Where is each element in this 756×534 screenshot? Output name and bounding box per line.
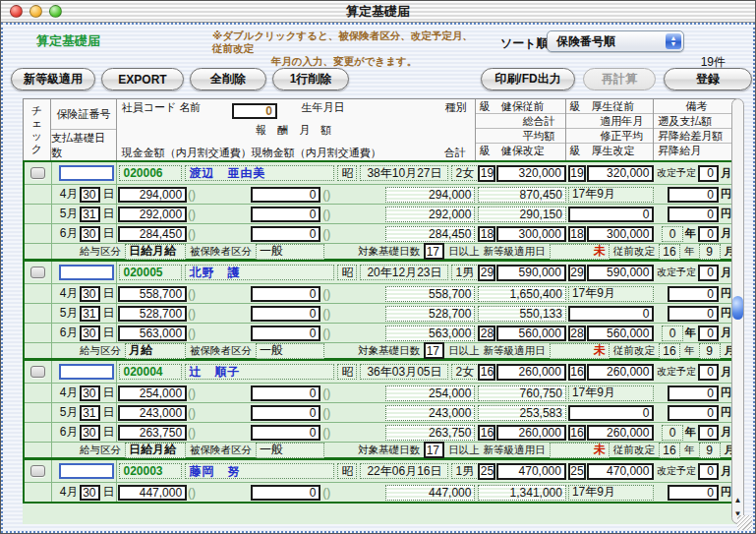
month-row[interactable]: 4月30日294,000(0)0(0)294,000870,45017年9月0円 (25, 184, 734, 204)
delete-row-button[interactable]: 1行削除 (272, 68, 349, 90)
employee-header-row[interactable]: 020004辻 順子昭36年03月05日2女16260,00016260,000… (25, 361, 734, 383)
resize-grip-icon[interactable] (737, 515, 752, 530)
employee-footer-row[interactable]: 給与区分日給月給被保険者区分一般対象基礎日数17日以上新等級適用日未従前改定16… (25, 243, 734, 259)
base-days-input[interactable]: 31 (80, 207, 100, 222)
adjusted-average-input[interactable]: 0 (568, 207, 655, 222)
kenpo-prev-amount[interactable]: 320,000 (496, 165, 565, 182)
kosei-grade-prev[interactable]: 16 (568, 364, 586, 381)
kenpo-grade-new[interactable]: 16 (478, 425, 495, 441)
insurance-no-input[interactable] (59, 265, 114, 280)
title-bar[interactable]: 算定基礎届 (1, 1, 755, 23)
kosei-grade-new[interactable]: 16 (568, 425, 586, 441)
retro-payment-input[interactable]: 0 (668, 485, 719, 501)
month-row[interactable]: 5月31日292,000(0)0(0)292,000290,15000円 (25, 204, 734, 223)
kosei-grade-prev[interactable]: 29 (568, 265, 586, 281)
month-row[interactable]: 5月31日243,000(0)0(0)243,000253,58300円 (25, 402, 734, 422)
raise-diff-input[interactable]: 0 (668, 405, 719, 421)
close-button-icon[interactable] (10, 5, 23, 18)
zoom-button-icon[interactable] (49, 5, 62, 18)
scrollbar-thumb[interactable] (732, 296, 743, 320)
cash-amount-input[interactable]: 563,000 (118, 326, 187, 341)
base-days-input[interactable]: 31 (80, 405, 100, 421)
inkind-amount-input[interactable]: 0 (251, 207, 321, 222)
kenpo-grade-new[interactable]: 18 (478, 226, 495, 242)
kenpo-grade-prev[interactable]: 19 (478, 165, 495, 182)
month-row[interactable]: 6月30日263,750(15,750)0(0)263,75016260,000… (25, 422, 734, 442)
kosei-new-amount[interactable]: 300,000 (587, 226, 655, 242)
register-button[interactable]: 登録 (664, 68, 752, 90)
kaitei-yotei-month[interactable]: 0 (698, 364, 719, 381)
base-days-input[interactable]: 30 (80, 386, 100, 401)
kenpo-prev-amount[interactable]: 260,000 (496, 364, 565, 381)
base-days-input[interactable]: 30 (80, 187, 100, 203)
row-checkbox[interactable] (30, 167, 45, 179)
base-days-input[interactable]: 30 (80, 226, 100, 242)
kosei-grade-new[interactable]: 28 (568, 326, 586, 341)
scroll-up-icon[interactable]: ▲ (734, 497, 742, 504)
row-checkbox[interactable] (30, 267, 45, 278)
inkind-transport-input[interactable]: 0 (232, 103, 277, 119)
kenpo-new-amount[interactable]: 300,000 (496, 226, 565, 242)
kosei-grade-prev[interactable]: 25 (568, 463, 586, 480)
inkind-amount-input[interactable]: 0 (251, 226, 321, 242)
taisho-kiso-days-input[interactable]: 17 (424, 342, 444, 359)
insurance-no-input[interactable] (59, 364, 114, 380)
kenpo-new-amount[interactable]: 560,000 (496, 326, 565, 341)
adjusted-average-input[interactable]: 0 (568, 405, 655, 421)
insurance-no-input[interactable] (59, 463, 114, 479)
base-days-input[interactable]: 30 (80, 485, 100, 501)
inkind-amount-input[interactable]: 0 (251, 425, 321, 441)
export-button[interactable]: EXPORT (101, 68, 184, 90)
sort-order-dropdown[interactable]: 保険番号順 ▲▼ (547, 30, 684, 52)
base-days-input[interactable]: 30 (80, 425, 100, 441)
kenpo-grade-prev[interactable]: 16 (478, 364, 495, 381)
kosei-new-amount[interactable]: 260,000 (587, 425, 655, 441)
employee-header-row[interactable]: 020003藤岡 努昭22年06月16日1男25470,00025470,000… (25, 460, 734, 482)
vertical-scrollbar[interactable]: ▲ ▼ (731, 98, 744, 524)
kosei-grade-new[interactable]: 18 (568, 226, 586, 242)
kosei-new-amount[interactable]: 560,000 (587, 326, 655, 341)
kenpo-prev-amount[interactable]: 590,000 (496, 265, 565, 281)
insurance-no-input[interactable] (59, 165, 114, 181)
kenpo-new-amount[interactable]: 260,000 (496, 425, 565, 441)
row-checkbox[interactable] (30, 465, 45, 477)
kenpo-grade-prev[interactable]: 25 (478, 463, 495, 480)
taisho-kiso-days-input[interactable]: 17 (424, 442, 444, 458)
cash-amount-input[interactable]: 284,450 (118, 226, 187, 242)
employee-header-row[interactable]: 020006渡辺 亜由美昭38年10月27日2女19320,00019320,0… (25, 162, 734, 184)
kosei-prev-amount[interactable]: 320,000 (587, 165, 655, 182)
kenpo-prev-amount[interactable]: 470,000 (496, 463, 565, 480)
employee-header-row[interactable]: 020005北野 護昭20年12月23日1男29590,00029590,000… (25, 262, 734, 283)
base-days-input[interactable]: 30 (80, 326, 100, 341)
kaitei-yotei-month[interactable]: 0 (698, 265, 719, 281)
kenpo-grade-new[interactable]: 28 (478, 326, 495, 341)
month-row[interactable]: 4月30日254,000(0)0(0)254,000760,75017年9月0円 (25, 383, 734, 402)
taisho-kiso-days-input[interactable]: 17 (424, 243, 444, 260)
kosei-prev-amount[interactable]: 470,000 (587, 463, 655, 480)
inkind-amount-input[interactable]: 0 (251, 306, 321, 322)
cash-amount-input[interactable]: 292,000 (118, 207, 187, 222)
retro-payment-input[interactable]: 0 (668, 286, 719, 302)
inkind-amount-input[interactable]: 0 (251, 405, 321, 421)
month-row[interactable]: 6月30日284,450(18,450)0(0)284,45018300,000… (25, 223, 734, 243)
new-grade-apply-button[interactable]: 新等級適用 (11, 68, 95, 90)
kenpo-grade-prev[interactable]: 29 (478, 265, 495, 281)
raise-month-input[interactable]: 0 (698, 226, 719, 242)
minimize-button-icon[interactable] (29, 5, 42, 18)
base-days-input[interactable]: 30 (80, 286, 100, 302)
print-fd-button[interactable]: 印刷/FD出力 (481, 68, 575, 90)
employee-footer-row[interactable]: 給与区分月給被保険者区分一般対象基礎日数17日以上新等級適用日未従前改定16年9… (25, 342, 734, 358)
employee-footer-row[interactable]: 給与区分日給月給被保険者区分一般対象基礎日数17日以上新等級適用日未従前改定16… (25, 442, 734, 457)
inkind-amount-input[interactable]: 0 (251, 286, 321, 302)
month-row[interactable]: 5月31日528,700(7,200)0(0)528,700550,13300円 (25, 303, 734, 323)
cash-amount-input[interactable]: 447,000 (118, 485, 187, 501)
cash-amount-input[interactable]: 263,750 (118, 425, 187, 441)
raise-month-input[interactable]: 0 (698, 326, 719, 341)
cash-amount-input[interactable]: 254,000 (118, 386, 187, 401)
cash-amount-input[interactable]: 243,000 (118, 405, 187, 421)
month-row[interactable]: 4月30日558,700(7,200)0(0)558,7001,650,4001… (25, 283, 734, 303)
inkind-amount-input[interactable]: 0 (251, 386, 321, 401)
inkind-amount-input[interactable]: 0 (251, 187, 321, 203)
delete-all-button[interactable]: 全削除 (190, 68, 266, 90)
row-checkbox[interactable] (30, 366, 45, 378)
